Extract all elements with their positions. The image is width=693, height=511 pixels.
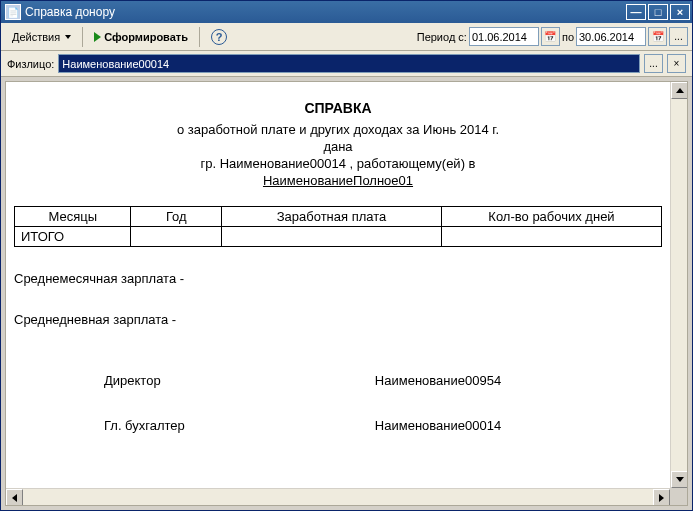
person-select-button[interactable]: ...	[644, 54, 663, 73]
total-label: ИТОГО	[15, 227, 131, 247]
chevron-down-icon	[65, 35, 71, 39]
doc-title: СПРАВКА	[14, 100, 662, 116]
date-to-input[interactable]	[576, 27, 646, 46]
col-year: Год	[131, 207, 222, 227]
actions-menu-label: Действия	[12, 31, 60, 43]
accountant-label: Гл. бухгалтер	[14, 418, 214, 433]
doc-given: дана	[14, 139, 662, 154]
total-days	[442, 227, 662, 247]
avg-month: Среднемесячная зарплата -	[14, 271, 662, 286]
table-total-row: ИТОГО	[15, 227, 662, 247]
director-row: Директор Наименование00954	[14, 373, 662, 388]
titlebar: 📄 Справка донору — □ ×	[1, 1, 692, 23]
summary-block: Среднемесячная зарплата - Среднедневная …	[14, 271, 662, 327]
close-button[interactable]: ×	[670, 4, 690, 20]
help-icon: ?	[211, 29, 227, 45]
director-name: Наименование00954	[214, 373, 662, 388]
person-value: Наименование00014	[62, 58, 169, 70]
date-from-input[interactable]	[469, 27, 539, 46]
person-label: Физлицо:	[7, 58, 54, 70]
person-input[interactable]: Наименование00014	[58, 54, 640, 73]
generate-label: Сформировать	[104, 31, 188, 43]
help-button[interactable]: ?	[204, 26, 234, 48]
scroll-down-button[interactable]	[671, 471, 688, 488]
total-salary	[222, 227, 442, 247]
signatures: Директор Наименование00954 Гл. бухгалтер…	[14, 373, 662, 433]
toolbar: Действия Сформировать ? Период с: 📅 по 📅…	[1, 23, 692, 51]
director-label: Директор	[14, 373, 214, 388]
toolbar-separator	[199, 27, 200, 47]
scroll-right-button[interactable]	[653, 489, 670, 506]
doc-subtitle: о заработной плате и других доходах за И…	[14, 122, 662, 137]
accountant-row: Гл. бухгалтер Наименование00014	[14, 418, 662, 433]
minimize-button[interactable]: —	[626, 4, 646, 20]
period-picker-button[interactable]: ...	[669, 27, 688, 46]
total-year	[131, 227, 222, 247]
horizontal-scrollbar[interactable]	[6, 488, 670, 505]
table-header-row: Месяцы Год Заработная плата Кол-во рабоч…	[15, 207, 662, 227]
avg-day: Среднедневная зарплата -	[14, 312, 662, 327]
doc-org: НаименованиеПолное01	[14, 173, 662, 188]
scrollbar-corner	[670, 488, 687, 505]
maximize-button[interactable]: □	[648, 4, 668, 20]
calendar-to-button[interactable]: 📅	[648, 27, 667, 46]
doc-citizen: гр. Наименование00014 , работающему(ей) …	[14, 156, 662, 171]
period-from-label: Период с:	[417, 31, 467, 43]
document-viewport: СПРАВКА о заработной плате и других дохо…	[5, 81, 688, 506]
generate-button[interactable]: Сформировать	[87, 26, 195, 48]
col-salary: Заработная плата	[222, 207, 442, 227]
calendar-from-button[interactable]: 📅	[541, 27, 560, 46]
person-clear-button[interactable]: ×	[667, 54, 686, 73]
period-to-label: по	[562, 31, 574, 43]
app-window: 📄 Справка донору — □ × Действия Сформиро…	[0, 0, 693, 511]
actions-menu[interactable]: Действия	[5, 26, 78, 48]
scroll-up-button[interactable]	[671, 82, 688, 99]
toolbar-separator	[82, 27, 83, 47]
play-icon	[94, 32, 101, 42]
scroll-left-button[interactable]	[6, 489, 23, 506]
document-body: СПРАВКА о заработной плате и других дохо…	[6, 82, 670, 488]
window-title: Справка донору	[25, 5, 115, 19]
col-months: Месяцы	[15, 207, 131, 227]
accountant-name: Наименование00014	[214, 418, 662, 433]
col-days: Кол-во рабочих дней	[442, 207, 662, 227]
filterbar: Физлицо: Наименование00014 ... ×	[1, 51, 692, 77]
app-icon: 📄	[5, 4, 21, 20]
salary-table: Месяцы Год Заработная плата Кол-во рабоч…	[14, 206, 662, 247]
vertical-scrollbar[interactable]	[670, 82, 687, 488]
